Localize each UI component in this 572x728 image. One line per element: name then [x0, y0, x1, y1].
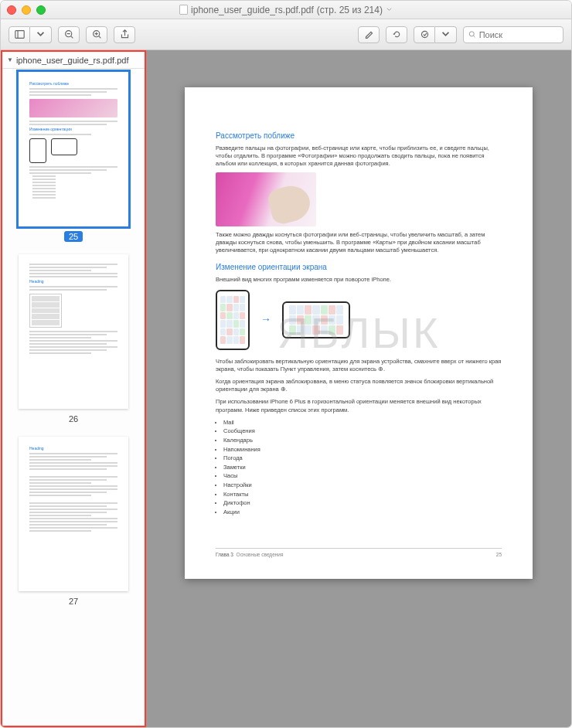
- thumbnail-page-27[interactable]: Heading 27: [19, 437, 128, 607]
- zoom-button[interactable]: [36, 5, 46, 15]
- markup-dropdown-button[interactable]: [435, 26, 457, 43]
- list-item: Заметки: [223, 464, 502, 471]
- svg-point-10: [469, 32, 474, 36]
- arrow-right-icon: →: [260, 312, 271, 327]
- footer-pagenum: 25: [496, 552, 502, 559]
- list-item: Напоминания: [223, 446, 502, 454]
- zoom-out-button[interactable]: [58, 26, 80, 43]
- share-button[interactable]: [114, 26, 135, 43]
- svg-point-9: [421, 31, 427, 37]
- markup-button[interactable]: [414, 26, 435, 43]
- sidebar-filename: iphone_user_guide_rs.pdf.pdf: [16, 56, 129, 65]
- thumbnail-pagenum: 26: [64, 413, 83, 424]
- list-item: Настройки: [223, 481, 502, 489]
- paragraph: Чтобы заблокировать вертикальную ориента…: [216, 358, 502, 373]
- thumbnail-page-26[interactable]: Heading 26: [19, 254, 128, 424]
- traffic-lights: [7, 5, 46, 15]
- orientation-image: →: [216, 290, 502, 350]
- document-icon: [179, 5, 188, 15]
- list-item: Контакты: [223, 491, 502, 498]
- footer-chapter: Глава 3: [216, 552, 233, 557]
- highlight-button[interactable]: [358, 26, 380, 43]
- paragraph: Когда ориентация экрана заблокирована, в…: [216, 378, 502, 393]
- toolbar: [1, 19, 571, 50]
- main-viewer[interactable]: Рассмотреть поближе Разведите пальцы на …: [146, 50, 571, 727]
- list-item: Акции: [223, 509, 502, 516]
- sidebar-toggle-button[interactable]: [9, 26, 30, 43]
- view-mode-segment: [9, 26, 52, 43]
- paragraph: При использовании iPhone 6 Plus в горизо…: [216, 398, 502, 413]
- paragraph: Также можно дважды коснуться фотографии …: [216, 231, 502, 254]
- svg-line-3: [70, 36, 72, 38]
- phone-portrait-icon: [216, 290, 250, 350]
- markup-segment: [414, 26, 457, 43]
- window-title: iphone_user_guide_rs.pdf.pdf (стр. 25 из…: [1, 5, 571, 15]
- list-item: Календарь: [223, 437, 502, 444]
- paragraph: Внешний вид многих программ изменяется п…: [216, 276, 502, 284]
- phone-landscape-icon: [282, 301, 350, 338]
- rotate-button[interactable]: [386, 26, 407, 43]
- minimize-button[interactable]: [22, 5, 31, 15]
- pdf-page: Рассмотреть поближе Разведите пальцы на …: [185, 87, 533, 579]
- list-item: Погода: [223, 454, 502, 462]
- thumbnail-pagenum: 27: [64, 596, 83, 607]
- title-pageinfo: (стр. 25 из 214): [317, 5, 383, 15]
- svg-line-6: [98, 36, 100, 38]
- thumbnail-pagenum: 25: [64, 231, 83, 242]
- list-item: Сообщения: [223, 427, 502, 435]
- close-button[interactable]: [7, 5, 16, 15]
- paragraph: Разведите пальцы на фотографии, веб-стра…: [216, 145, 502, 168]
- title-filename: iphone_user_guide_rs.pdf.pdf: [191, 5, 314, 15]
- content-area: ▼ iphone_user_guide_rs.pdf.pdf Рассмотре…: [1, 50, 571, 727]
- heading-zoom: Рассмотреть поближе: [216, 131, 502, 141]
- preview-window: iphone_user_guide_rs.pdf.pdf (стр. 25 из…: [0, 0, 572, 728]
- search-icon: [468, 30, 476, 39]
- list-item: Диктофон: [223, 499, 502, 507]
- pinch-gesture-image: [216, 172, 316, 226]
- chevron-down-icon: [386, 6, 393, 13]
- search-input[interactable]: [479, 30, 558, 39]
- thumbnail-page-25[interactable]: Рассмотреть поближе Изменение ориентации…: [19, 72, 128, 242]
- page-footer: Глава 3 Основные сведения 25: [216, 548, 502, 559]
- view-dropdown-button[interactable]: [30, 26, 52, 43]
- apps-list: Mail Сообщения Календарь Напоминания Пог…: [216, 419, 502, 516]
- titlebar: iphone_user_guide_rs.pdf.pdf (стр. 25 из…: [1, 1, 571, 19]
- footer-section: Основные сведения: [237, 552, 284, 557]
- sidebar-header[interactable]: ▼ iphone_user_guide_rs.pdf.pdf: [2, 52, 145, 69]
- thumbnails-sidebar: ▼ iphone_user_guide_rs.pdf.pdf Рассмотре…: [1, 50, 146, 727]
- disclosure-triangle-icon: ▼: [7, 56, 13, 63]
- list-item: Mail: [223, 419, 502, 427]
- svg-line-11: [474, 36, 475, 37]
- search-field[interactable]: [463, 26, 563, 43]
- svg-rect-0: [15, 31, 23, 39]
- zoom-in-button[interactable]: [86, 26, 107, 43]
- thumbnails-list[interactable]: Рассмотреть поближе Изменение ориентации…: [2, 69, 145, 726]
- list-item: Часы: [223, 472, 502, 480]
- heading-orientation: Изменение ориентации экрана: [216, 262, 502, 273]
